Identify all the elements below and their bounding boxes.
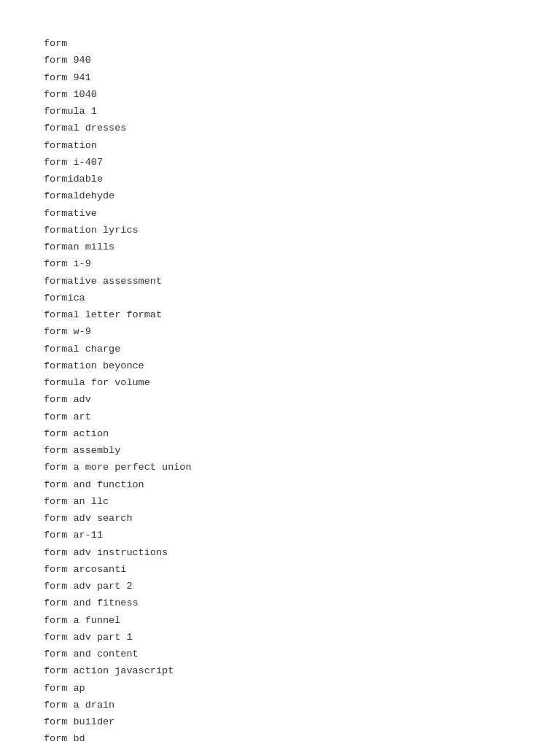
list-item[interactable]: form and fitness bbox=[44, 596, 516, 611]
list-item[interactable]: formal letter format bbox=[44, 308, 516, 322]
list-item[interactable]: formation bbox=[44, 139, 516, 153]
list-item[interactable]: form assembly bbox=[44, 444, 516, 458]
list-item[interactable]: form adv instructions bbox=[44, 546, 516, 560]
list-item[interactable]: form arcosanti bbox=[44, 562, 516, 577]
list-item[interactable]: form and content bbox=[44, 647, 516, 662]
list-item[interactable]: form art bbox=[44, 410, 516, 425]
list-item[interactable]: formaldehyde bbox=[44, 189, 516, 204]
list-item[interactable]: form adv search bbox=[44, 511, 516, 526]
list-item[interactable]: form i-407 bbox=[44, 155, 516, 170]
list-item[interactable]: form ar-11 bbox=[44, 528, 516, 543]
list-item[interactable]: form bbox=[44, 36, 516, 51]
list-item[interactable]: form bd bbox=[44, 732, 516, 746]
search-results-list: formform 940form 941form 1040formula 1fo… bbox=[44, 36, 516, 747]
list-item[interactable]: formula 1 bbox=[44, 104, 516, 119]
list-item[interactable]: form an llc bbox=[44, 495, 516, 509]
list-item[interactable]: formica bbox=[44, 291, 516, 306]
list-item[interactable]: form a funnel bbox=[44, 614, 516, 628]
list-item[interactable]: formative assessment bbox=[44, 274, 516, 289]
list-item[interactable]: formidable bbox=[44, 172, 516, 187]
list-item[interactable]: form a drain bbox=[44, 698, 516, 713]
list-item[interactable]: formation beyonce bbox=[44, 359, 516, 374]
list-item[interactable]: formal dresses bbox=[44, 121, 516, 136]
list-item[interactable]: form builder bbox=[44, 715, 516, 729]
list-item[interactable]: formative bbox=[44, 206, 516, 221]
list-item[interactable]: form ap bbox=[44, 681, 516, 696]
list-item[interactable]: form action bbox=[44, 427, 516, 441]
list-item[interactable]: form 1040 bbox=[44, 88, 516, 102]
list-item[interactable]: formal charge bbox=[44, 342, 516, 357]
list-item[interactable]: form 940 bbox=[44, 53, 516, 68]
list-item[interactable]: form a more perfect union bbox=[44, 460, 516, 475]
list-item[interactable]: form adv bbox=[44, 392, 516, 407]
list-item[interactable]: form adv part 1 bbox=[44, 630, 516, 645]
list-item[interactable]: formation lyrics bbox=[44, 223, 516, 238]
list-item[interactable]: form i-9 bbox=[44, 257, 516, 271]
list-item[interactable]: form 941 bbox=[44, 71, 516, 85]
list-item[interactable]: formula for volume bbox=[44, 376, 516, 390]
list-item[interactable]: form and function bbox=[44, 478, 516, 492]
list-item[interactable]: form w-9 bbox=[44, 325, 516, 339]
list-item[interactable]: form adv part 2 bbox=[44, 579, 516, 594]
list-item[interactable]: forman mills bbox=[44, 240, 516, 255]
list-item[interactable]: form action javascript bbox=[44, 664, 516, 678]
